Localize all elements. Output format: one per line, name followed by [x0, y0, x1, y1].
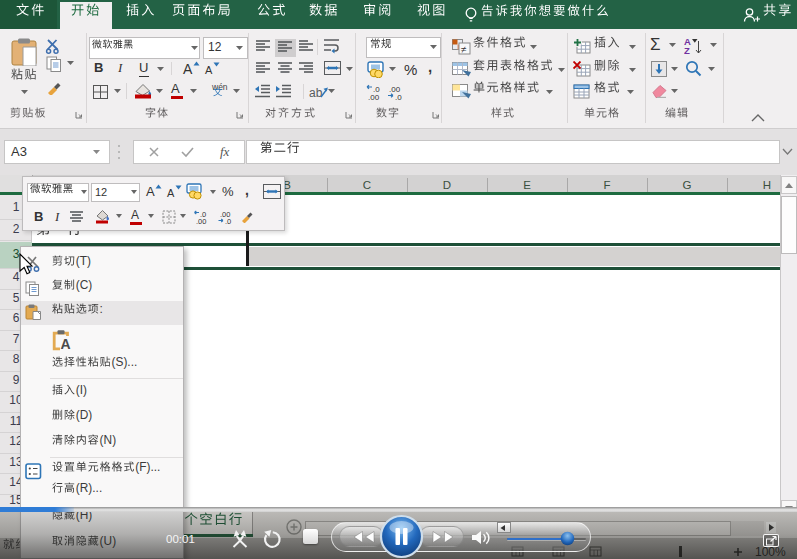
svg-text:ab: ab	[309, 86, 323, 100]
svg-text:.0: .0	[225, 217, 231, 224]
svg-text:(C): (C)	[76, 279, 93, 292]
svg-text:(D): (D)	[76, 409, 93, 422]
svg-text:(S)...: (S)...	[112, 356, 138, 369]
svg-text:.0: .0	[395, 93, 402, 100]
svg-text::: :	[100, 303, 103, 316]
svg-text:(I): (I)	[76, 384, 87, 397]
svg-text:.00: .00	[368, 93, 380, 100]
svg-text:(R)...: (R)...	[76, 482, 102, 495]
svg-text:(T): (T)	[76, 255, 91, 268]
svg-text:(F)...: (F)...	[135, 461, 160, 474]
svg-text:≠: ≠	[461, 44, 467, 55]
svg-text:A: A	[61, 336, 71, 351]
svg-text:.00: .00	[196, 217, 206, 224]
svg-text:(N): (N)	[100, 434, 117, 447]
svg-text:Z: Z	[684, 45, 690, 55]
